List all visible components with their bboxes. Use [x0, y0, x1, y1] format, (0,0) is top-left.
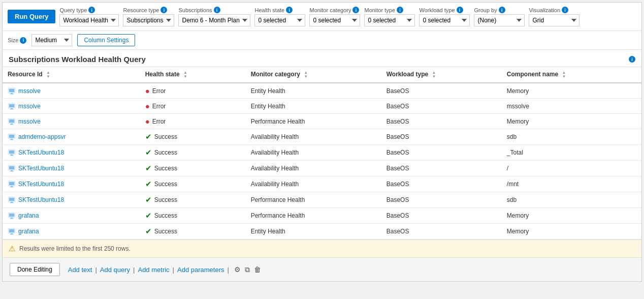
col-header-resource-id[interactable]: Resource Id ▲▼ [3, 67, 140, 83]
table-row: admdemo-appsvr✔SuccessAvailability Healt… [3, 129, 641, 145]
svg-rect-14 [11, 139, 13, 140]
label-monitor-category: Monitor category i [309, 7, 360, 13]
svg-rect-22 [11, 170, 13, 171]
size-row: Size i SmallMediumLarge Column Settings [3, 31, 641, 50]
cell-workload-type: BaseOS [381, 114, 502, 129]
resource-link[interactable]: mssolve [8, 102, 135, 110]
select-workload-type[interactable]: 0 selected [419, 14, 470, 26]
add-text-link[interactable]: Add text [68, 266, 92, 274]
info-health-state[interactable]: i [286, 7, 293, 13]
cell-component-name: Memory [502, 208, 641, 224]
cell-health-state: ✔Success [140, 224, 246, 240]
control-group-workload-type: Workload type i0 selected [419, 7, 470, 26]
svg-rect-1 [9, 89, 14, 92]
svg-rect-21 [9, 166, 14, 169]
info-workload-type[interactable]: i [457, 7, 463, 13]
info-group-by[interactable]: i [499, 7, 505, 13]
cell-workload-type: BaseOS [381, 99, 502, 114]
info-query-type[interactable]: i [88, 7, 95, 13]
resource-link[interactable]: grafana [8, 227, 135, 235]
health-icon: ✔ [145, 164, 152, 173]
control-group-visualization: Visualization iGrid [529, 7, 579, 26]
cell-workload-type: BaseOS [381, 192, 502, 208]
size-label: Size i [8, 37, 26, 44]
cell-workload-type: BaseOS [381, 161, 502, 176]
health-label: Error [152, 103, 166, 110]
done-editing-button[interactable]: Done Editing [10, 263, 60, 276]
svg-rect-5 [9, 104, 14, 107]
resource-link[interactable]: grafana [8, 212, 135, 220]
cell-resource-id: SKTestUbuntu18 [3, 145, 140, 161]
delete-icon-button[interactable]: 🗑 [252, 264, 263, 275]
select-group-by[interactable]: (None) [474, 14, 525, 26]
table-header: Resource Id ▲▼Health state ▲▼Monitor cat… [3, 67, 641, 83]
control-group-monitor-type: Monitor type i0 selected [364, 7, 415, 26]
cell-monitor-category: Performance Health [246, 114, 381, 129]
cell-component-name: _Total [502, 145, 641, 161]
column-settings-button[interactable]: Column Settings [77, 34, 135, 46]
svg-rect-29 [9, 198, 14, 201]
select-query-type[interactable]: Workload Health [59, 14, 119, 26]
resource-link[interactable]: mssolve [8, 117, 135, 126]
cell-workload-type: BaseOS [381, 83, 502, 99]
select-monitor-type[interactable]: 0 selected [364, 14, 415, 26]
health-label: Error [152, 118, 166, 125]
cell-resource-id: SKTestUbuntu18 [3, 176, 140, 192]
bottom-bar: Done Editing Add text | Add query | Add … [3, 257, 641, 281]
cell-workload-type: BaseOS [381, 145, 502, 161]
select-visualization[interactable]: Grid [529, 14, 579, 26]
select-subscriptions[interactable]: Demo 6 - Month Plan [178, 14, 250, 26]
resource-link[interactable]: SKTestUbuntu18 [8, 164, 135, 172]
add-query-link[interactable]: Add query [100, 266, 130, 274]
svg-rect-15 [10, 140, 14, 140]
query-title-info-icon[interactable]: i [629, 56, 635, 63]
resource-link[interactable]: SKTestUbuntu18 [8, 196, 135, 204]
resource-link[interactable]: SKTestUbuntu18 [8, 148, 135, 157]
table-row: grafana✔SuccessPerformance HealthBaseOSM… [3, 208, 641, 224]
info-visualization[interactable]: i [562, 7, 568, 13]
resource-name: grafana [18, 228, 39, 235]
svg-rect-23 [10, 171, 14, 172]
copy-icon-button[interactable]: ⧉ [243, 264, 252, 275]
info-resource-type[interactable]: i [160, 7, 167, 13]
select-resource-type[interactable]: Subscriptions [123, 14, 174, 26]
size-select[interactable]: SmallMediumLarge [31, 34, 72, 46]
col-header-workload-type[interactable]: Workload type ▲▼ [381, 67, 502, 83]
select-monitor-category[interactable]: 0 selected [309, 14, 360, 26]
col-header-component-name[interactable]: Component name ▲▼ [502, 67, 641, 83]
run-query-button[interactable]: Run Query [8, 10, 55, 23]
col-header-monitor-category[interactable]: Monitor category ▲▼ [246, 67, 381, 83]
svg-rect-17 [9, 151, 14, 154]
control-group-health-state: Health state i0 selected [254, 7, 305, 26]
gear-icon-button[interactable]: ⚙ [232, 264, 243, 275]
svg-rect-11 [10, 124, 14, 125]
cell-monitor-category: Availability Health [246, 145, 381, 161]
cell-health-state: ●Error [140, 83, 246, 99]
cell-monitor-category: Performance Health [246, 208, 381, 224]
col-header-health-state[interactable]: Health state ▲▼ [140, 67, 246, 83]
table-row: SKTestUbuntu18✔SuccessAvailability Healt… [3, 161, 641, 176]
label-health-state: Health state i [254, 7, 305, 13]
resource-name: mssolve [18, 87, 41, 95]
table-row: SKTestUbuntu18✔SuccessPerformance Health… [3, 192, 641, 208]
info-subscriptions[interactable]: i [214, 7, 220, 13]
select-health-state[interactable]: 0 selected [254, 14, 305, 26]
label-resource-type: Resource type i [123, 7, 174, 13]
add-metric-link[interactable]: Add metric [138, 266, 169, 274]
sep1: | [95, 266, 96, 274]
size-info-icon[interactable]: i [20, 37, 26, 44]
resource-link[interactable]: SKTestUbuntu18 [8, 180, 135, 188]
cell-component-name: / [502, 161, 641, 176]
sep2: | [133, 266, 135, 274]
info-monitor-category[interactable]: i [352, 7, 359, 13]
resource-link[interactable]: admdemo-appsvr [8, 133, 135, 141]
cell-monitor-category: Entity Health [246, 99, 381, 114]
cell-health-state: ✔Success [140, 208, 246, 224]
cell-resource-id: grafana [3, 224, 140, 240]
health-icon: ✔ [145, 211, 152, 220]
cell-resource-id: grafana [3, 208, 140, 224]
resource-link[interactable]: mssolve [8, 87, 135, 95]
cell-monitor-category: Availability Health [246, 129, 381, 145]
add-parameters-link[interactable]: Add parameters [177, 266, 224, 274]
info-monitor-type[interactable]: i [397, 7, 403, 13]
